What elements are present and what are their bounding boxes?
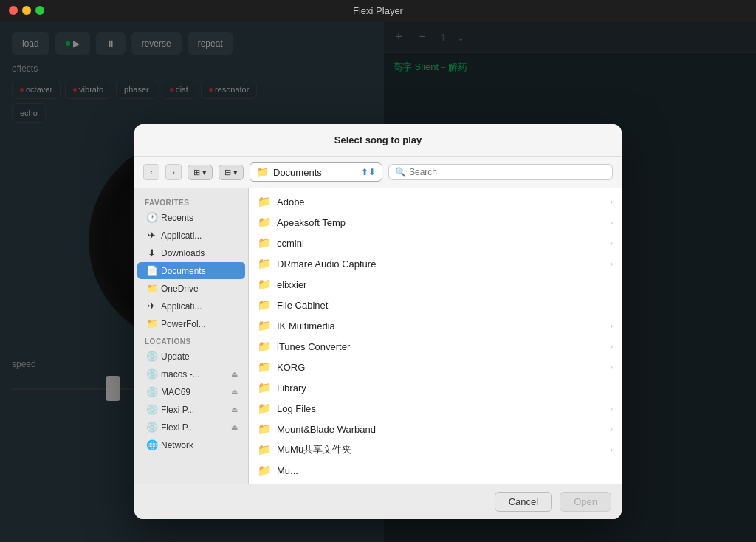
- recents-icon: 🕐: [146, 212, 157, 223]
- column-view-button[interactable]: ⊞ ▾: [188, 165, 213, 180]
- modal-overlay: Select song to play ‹ › ⊞ ▾ ⊟ ▾ 📁 Docume…: [0, 21, 756, 542]
- mac69-eject-icon: ⏏: [231, 388, 238, 396]
- favorites-section-label: Favorites: [134, 194, 248, 208]
- filecabinet-folder-icon: 📁: [258, 298, 271, 312]
- korg-folder-icon: 📁: [258, 360, 271, 374]
- sidebar-item-flexi1[interactable]: 💿 Flexi P... ⏏: [137, 401, 245, 418]
- file-item-library[interactable]: 📁 Library: [249, 377, 622, 398]
- sidebar-item-downloads[interactable]: ⬇ Downloads: [137, 244, 245, 261]
- network-label: Network: [161, 440, 238, 450]
- sidebar-item-recents[interactable]: 🕐 Recents: [137, 209, 245, 226]
- ccmini-arrow-icon: ›: [611, 239, 613, 247]
- sidebar-item-network[interactable]: 🌐 Network: [137, 436, 245, 453]
- open-button[interactable]: Open: [560, 492, 611, 512]
- apeaksoft-folder-icon: 📁: [258, 216, 271, 229]
- search-box: 🔍: [388, 164, 613, 180]
- cancel-button[interactable]: Cancel: [495, 492, 552, 512]
- ikmultimedia-name: IK Multimedia: [277, 320, 605, 332]
- file-item-adobe[interactable]: 📁 Adobe ›: [249, 191, 622, 212]
- back-button[interactable]: ‹: [143, 164, 159, 180]
- itunes-name: iTunes Converter: [277, 341, 605, 352]
- dropdown-arrows-icon: ⬆⬇: [361, 167, 376, 177]
- elixxier-folder-icon: 📁: [258, 278, 271, 291]
- sidebar-item-powerfol[interactable]: 📁 PowerFol...: [137, 315, 245, 332]
- grid-view-chevron: ▾: [233, 168, 238, 177]
- sidebar-item-update[interactable]: 💿 Update: [137, 348, 245, 365]
- traffic-lights: [9, 6, 44, 15]
- macos-icon: 💿: [146, 368, 157, 380]
- file-item-elixxier[interactable]: 📁 elixxier: [249, 274, 622, 295]
- macos-label: macos -...: [161, 369, 227, 380]
- sidebar-item-applications-2[interactable]: ✈ Applicati...: [137, 298, 245, 315]
- maximize-button[interactable]: [35, 6, 44, 15]
- mumu-folder-icon: 📁: [258, 443, 271, 456]
- adobe-arrow-icon: ›: [611, 198, 613, 206]
- dialog-footer: Cancel Open: [134, 484, 622, 519]
- network-icon: 🌐: [146, 439, 157, 450]
- minimize-button[interactable]: [22, 6, 31, 15]
- ccmini-folder-icon: 📁: [258, 236, 271, 250]
- flexi1-icon: 💿: [146, 404, 157, 415]
- dialog-title: Select song to play: [134, 124, 622, 157]
- macos-eject-icon: ⏏: [231, 370, 238, 378]
- applications1-label: Applicati...: [161, 230, 238, 241]
- logfiles-arrow-icon: ›: [611, 405, 613, 413]
- powerfol-icon: 📁: [146, 318, 157, 329]
- update-label: Update: [161, 351, 238, 362]
- sidebar-item-applications-1[interactable]: ✈ Applicati...: [137, 227, 245, 244]
- ikmultimedia-folder-icon: 📁: [258, 319, 271, 332]
- ccmini-name: ccmini: [277, 238, 605, 249]
- column-view-chevron: ▾: [202, 168, 207, 177]
- onedrive-label: OneDrive: [161, 284, 238, 294]
- location-label: Documents: [273, 167, 357, 178]
- location-dropdown[interactable]: 📁 Documents ⬆⬇: [250, 162, 382, 182]
- file-item-itunes[interactable]: 📁 iTunes Converter ›: [249, 336, 622, 357]
- file-item-apeaksoft[interactable]: 📁 Apeaksoft Temp ›: [249, 212, 622, 233]
- file-item-korg[interactable]: 📁 KORG ›: [249, 357, 622, 377]
- file-item-drmare[interactable]: 📁 DRmare Audio Capture ›: [249, 253, 622, 274]
- powerfol-label: PowerFol...: [161, 319, 238, 329]
- documents-label: Documents: [161, 266, 238, 276]
- folder-icon: 📁: [256, 166, 269, 178]
- apeaksoft-name: Apeaksoft Temp: [277, 217, 605, 228]
- close-button[interactable]: [9, 6, 18, 15]
- recents-label: Recents: [161, 213, 238, 223]
- flexi2-label: Flexi P...: [161, 422, 227, 433]
- file-picker-dialog: Select song to play ‹ › ⊞ ▾ ⊟ ▾ 📁 Docume…: [134, 124, 622, 519]
- mountblade-folder-icon: 📁: [258, 422, 271, 436]
- sidebar-item-macos[interactable]: 💿 macos -... ⏏: [137, 366, 245, 383]
- app-title: Flexi Player: [353, 5, 403, 16]
- file-item-filecabinet[interactable]: 📁 File Cabinet: [249, 295, 622, 315]
- mu-folder-icon: 📁: [258, 464, 271, 477]
- mumu-name: MuMu共享文件夹: [277, 443, 605, 456]
- file-item-mu[interactable]: 📁 Mu...: [249, 460, 622, 481]
- mumu-arrow-icon: ›: [611, 446, 613, 454]
- sidebar-item-mac69[interactable]: 💿 MAC69 ⏏: [137, 383, 245, 400]
- korg-name: KORG: [277, 362, 605, 373]
- documents-icon: 📄: [146, 265, 157, 276]
- drmare-arrow-icon: ›: [611, 260, 613, 268]
- file-item-logfiles[interactable]: 📁 Log Files ›: [249, 398, 622, 419]
- forward-button[interactable]: ›: [165, 164, 182, 180]
- applications1-icon: ✈: [146, 230, 157, 241]
- sidebar-item-onedrive[interactable]: 📁 OneDrive: [137, 280, 245, 297]
- downloads-icon: ⬇: [146, 247, 157, 258]
- grid-view-button[interactable]: ⊟ ▾: [219, 165, 244, 180]
- logfiles-folder-icon: 📁: [258, 402, 271, 415]
- sidebar-item-documents[interactable]: 📄 Documents: [137, 262, 245, 279]
- file-item-mountblade[interactable]: 📁 Mount&Blade Warband ›: [249, 419, 622, 439]
- library-name: Library: [277, 383, 607, 394]
- flexi2-icon: 💿: [146, 422, 157, 433]
- flexi1-label: Flexi P...: [161, 405, 227, 415]
- file-item-ikmultimedia[interactable]: 📁 IK Multimedia ›: [249, 315, 622, 336]
- file-item-mumu[interactable]: 📁 MuMu共享文件夹 ›: [249, 439, 622, 460]
- sidebar-item-flexi2[interactable]: 💿 Flexi P... ⏏: [137, 419, 245, 436]
- file-item-ccmini[interactable]: 📁 ccmini ›: [249, 233, 622, 253]
- onedrive-icon: 📁: [146, 283, 157, 294]
- update-icon: 💿: [146, 351, 157, 362]
- dialog-toolbar: ‹ › ⊞ ▾ ⊟ ▾ 📁 Documents ⬆⬇ 🔍: [134, 157, 622, 188]
- itunes-folder-icon: 📁: [258, 340, 271, 353]
- search-input[interactable]: [409, 167, 606, 177]
- file-list: 📁 Adobe › 📁 Apeaksoft Temp › 📁 ccmini › …: [249, 188, 622, 484]
- adobe-folder-icon: 📁: [258, 195, 271, 208]
